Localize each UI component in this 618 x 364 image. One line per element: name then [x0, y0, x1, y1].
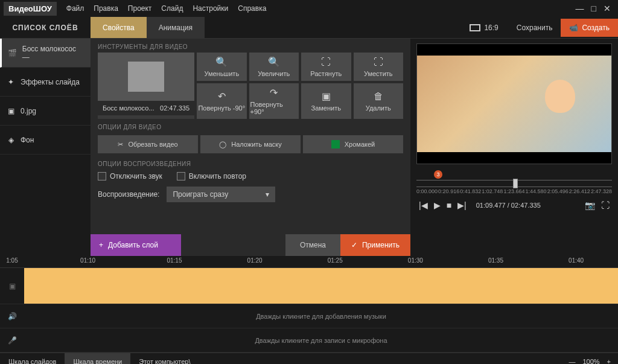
- aspect-icon: [470, 24, 480, 31]
- mic-track[interactable]: Дважды кликните для записи с микрофона: [24, 328, 618, 353]
- mic-track-icon[interactable]: 🎤: [0, 328, 24, 353]
- preview-ruler[interactable]: 3 0:00.000 0:20.916 0:41.832 1:02.748 1:…: [416, 170, 612, 194]
- tools-section-label: ИНСТРУМЕНТЫ ДЛЯ ВИДЕО: [91, 39, 410, 53]
- film-icon: 🎬: [8, 48, 18, 58]
- image-icon: ▣: [6, 106, 16, 116]
- app-logo: ВидеоШОУ: [4, 2, 57, 16]
- rotate-right-button[interactable]: ↷Повернуть +90°: [249, 83, 299, 119]
- timeline-ruler[interactable]: 1:05 01:10 01:15 01:20 01:25 01:30 01:35…: [0, 256, 618, 268]
- minimize-icon[interactable]: —: [576, 4, 584, 13]
- camera-icon: 📹: [569, 24, 578, 32]
- properties-panel: ИНСТРУМЕНТЫ ДЛЯ ВИДЕО Босс молокосо... 0…: [91, 39, 410, 256]
- create-button[interactable]: 📹 Создать: [561, 19, 618, 37]
- layer-item-background[interactable]: ◈ Фон: [0, 126, 91, 155]
- menu-settings[interactable]: Настройки: [188, 4, 233, 13]
- chromakey-button[interactable]: Хромакей: [303, 135, 403, 153]
- delete-button[interactable]: 🗑Удалить: [354, 83, 404, 119]
- statusbar: Шкала слайдов Шкала времени Этот компьют…: [0, 353, 618, 364]
- menu-file[interactable]: Файл: [62, 4, 89, 13]
- snapshot-icon[interactable]: 📷: [585, 200, 595, 210]
- zoom-in-icon[interactable]: +: [607, 358, 611, 365]
- layers-panel-title: СПИСОК СЛОЁВ: [0, 24, 91, 32]
- property-tabs: Свойства Анимация: [91, 17, 205, 38]
- titlebar: ВидеоШОУ Файл Правка Проект Слайд Настро…: [0, 0, 618, 17]
- path-display[interactable]: Этот компьютер\: [130, 353, 199, 364]
- menu-edit[interactable]: Правка: [89, 4, 123, 13]
- zoom-out-button[interactable]: 🔍Уменьшить: [197, 53, 247, 81]
- options-section-label: ОПЦИИ ДЛЯ ВИДЕО: [91, 119, 410, 133]
- tab-properties[interactable]: Свойства: [91, 17, 147, 38]
- playback-section-label: ОПЦИИ ВОСПРОИЗВЕДЕНИЯ: [91, 156, 410, 170]
- cancel-button[interactable]: Отмена: [285, 234, 340, 256]
- audio-track-icon[interactable]: 🔊: [0, 304, 24, 328]
- apply-button[interactable]: ✓Применить: [340, 234, 410, 256]
- layer-item-effects[interactable]: ✦ Эффекты слайда: [0, 68, 91, 97]
- playhead-marker[interactable]: 3: [434, 170, 442, 179]
- zoom-out-icon: 🔍: [215, 56, 228, 68]
- plus-icon: +: [99, 241, 103, 249]
- chroma-swatch-icon: [331, 140, 340, 148]
- playback-select[interactable]: Проиграть сразу▾: [167, 187, 275, 202]
- playback-controls: |◀ ▶ ■ ▶| 01:09.477 / 02:47.335 📷 ⛶: [416, 194, 612, 216]
- video-track[interactable]: [24, 268, 618, 304]
- video-track-icon[interactable]: ▣: [0, 268, 24, 304]
- aspect-ratio[interactable]: 16:9: [460, 24, 508, 32]
- rotate-left-icon: ↶: [218, 91, 226, 102]
- menu-project[interactable]: Проект: [123, 4, 157, 13]
- layers-sidebar: 🎬 Босс молокосос — ✦ Эффекты слайда ▣ 0.…: [0, 39, 91, 256]
- tab-time-scale[interactable]: Шкала времени: [65, 353, 130, 364]
- preview-panel: 3 0:00.000 0:20.916 0:41.832 1:02.748 1:…: [410, 39, 618, 256]
- scissors-icon: ✂: [118, 141, 123, 148]
- zoom-in-button[interactable]: 🔍Увеличить: [249, 53, 299, 81]
- play-button[interactable]: ▶: [434, 200, 441, 210]
- stretch-icon: ⛶: [321, 57, 331, 68]
- crop-video-button[interactable]: ✂Обрезать видео: [98, 135, 198, 153]
- add-layer-button[interactable]: +Добавить слой: [91, 234, 181, 256]
- mute-checkbox[interactable]: Отключить звук: [98, 172, 162, 180]
- timeline-panel: 1:05 01:10 01:15 01:20 01:25 01:30 01:35…: [0, 256, 618, 353]
- trash-icon: 🗑: [374, 91, 383, 102]
- fullscreen-icon[interactable]: ⛶: [601, 200, 610, 210]
- zoom-in-icon: 🔍: [268, 56, 280, 68]
- video-thumbnail[interactable]: Босс молокосо... 02:47.335: [98, 53, 194, 119]
- prev-button[interactable]: |◀: [419, 200, 428, 210]
- loop-checkbox[interactable]: Включить повтор: [177, 172, 246, 180]
- video-clip[interactable]: [24, 268, 618, 304]
- tab-animation[interactable]: Анимация: [147, 17, 205, 38]
- layers-icon: ◈: [6, 135, 16, 145]
- next-button[interactable]: ▶|: [457, 200, 467, 210]
- check-icon: ✓: [351, 241, 357, 249]
- main-menu: Файл Правка Проект Слайд Настройки Справ…: [62, 4, 272, 13]
- zoom-level: 100%: [582, 358, 599, 365]
- clapperboard-icon: [98, 53, 194, 101]
- top-toolbar: СПИСОК СЛОЁВ Свойства Анимация 16:9 Сохр…: [0, 17, 618, 39]
- menu-help[interactable]: Справка: [233, 4, 271, 13]
- preview-canvas[interactable]: [416, 43, 612, 164]
- wand-icon: ✦: [6, 77, 16, 87]
- mask-icon: ◯: [219, 141, 226, 148]
- time-display: 01:09.477 / 02:47.335: [476, 202, 541, 209]
- rotate-left-button[interactable]: ↶Повернуть -90°: [197, 83, 247, 119]
- music-track[interactable]: Дважды кликните для добавления музыки: [24, 304, 618, 328]
- stop-button[interactable]: ■: [447, 200, 451, 210]
- playback-label: Воспроизведение:: [98, 190, 159, 199]
- fit-icon: ⛶: [374, 57, 383, 68]
- close-icon[interactable]: ✕: [604, 4, 611, 13]
- layer-item-image[interactable]: ▣ 0.jpg: [0, 97, 91, 126]
- stretch-button[interactable]: ⛶Растянуть: [301, 53, 351, 81]
- tab-slide-scale[interactable]: Шкала слайдов: [0, 353, 65, 364]
- mask-button[interactable]: ◯Наложить маску: [200, 135, 301, 153]
- replace-icon: ▣: [322, 91, 331, 102]
- window-controls: — □ ✕: [576, 4, 614, 13]
- chevron-down-icon: ▾: [266, 190, 269, 199]
- maximize-icon[interactable]: □: [591, 4, 596, 13]
- save-button[interactable]: Сохранить: [508, 19, 561, 37]
- layer-item-video[interactable]: 🎬 Босс молокосос —: [0, 39, 91, 68]
- menu-slide[interactable]: Слайд: [156, 4, 188, 13]
- zoom-out-icon[interactable]: —: [569, 358, 575, 365]
- rotate-right-icon: ↷: [270, 87, 278, 98]
- replace-button[interactable]: ▣Заменить: [301, 83, 351, 119]
- ruler-thumb[interactable]: [513, 179, 518, 188]
- fit-button[interactable]: ⛶Уместить: [354, 53, 404, 81]
